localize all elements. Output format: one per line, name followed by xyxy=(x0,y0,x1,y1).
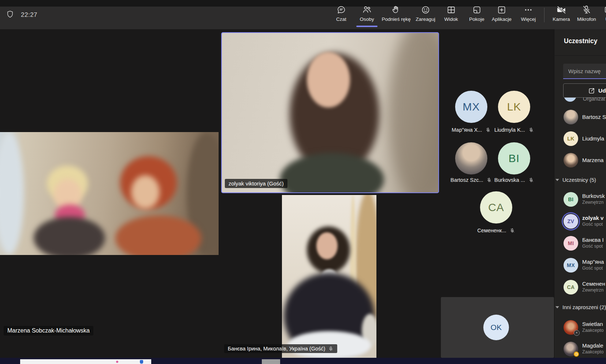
video-texture xyxy=(131,175,160,209)
tab-widok[interactable]: Widok xyxy=(444,5,458,27)
share-invite-label: Ud xyxy=(598,87,606,94)
video-texture xyxy=(280,153,384,193)
participant-name: Банєва І xyxy=(582,237,604,243)
participant-row-bartosz[interactable]: Bartosz S xyxy=(564,110,606,124)
avatar-tile-bi[interactable]: BI xyxy=(498,142,530,175)
taskbar-item[interactable] xyxy=(262,359,280,364)
shield-icon xyxy=(5,10,15,19)
video-texture xyxy=(0,132,24,255)
participant-subtext: Zewnętrzn xyxy=(582,288,603,293)
avatar-initials: LK xyxy=(507,101,521,113)
participant-name: Bartosz S xyxy=(582,110,606,124)
video-tile-marzena[interactable] xyxy=(0,132,219,255)
device-label: Kamera xyxy=(553,16,570,22)
panel-title: Uczestnicy xyxy=(564,37,597,45)
participant-name: zolyak viktoriya (Gość) xyxy=(228,180,284,187)
participant-name: Burkovska ... xyxy=(494,177,525,183)
mic-off-icon xyxy=(487,177,492,183)
section-header-uczestnicy[interactable]: Uczestnicy (5) xyxy=(555,176,606,184)
background-window-logo xyxy=(140,360,143,364)
avatar-initials: BI xyxy=(509,152,520,165)
video-texture xyxy=(34,217,105,255)
avatar xyxy=(564,110,578,124)
smiley-icon xyxy=(421,5,430,15)
participant-name: Семенен xyxy=(582,281,605,287)
tab-podnies-reke[interactable]: Podnieś rękę xyxy=(382,5,411,27)
name-tag-zolyak: zolyak viktoriya (Gość) xyxy=(225,179,287,188)
participant-search-input[interactable] xyxy=(563,64,606,79)
meeting-clock: 22:27 xyxy=(21,11,37,19)
tab-osoby[interactable]: Osoby xyxy=(360,5,374,27)
avatar: MI xyxy=(564,236,578,251)
participant-row-swietlana[interactable]: ✕ Swietlan Zaakcepto xyxy=(564,320,606,335)
avatar: LK xyxy=(564,131,578,146)
avatar: CA xyxy=(564,280,578,294)
camera-off-icon xyxy=(556,5,566,15)
tab-label: Pokoje xyxy=(469,16,484,22)
share-content-icon xyxy=(604,5,606,15)
participant-subtext: Gość spot xyxy=(582,266,603,271)
avatar-tile-mx[interactable]: MX xyxy=(455,91,487,123)
avatar-tile-label: Liudmyla K... xyxy=(494,127,534,133)
mic-toggle-button[interactable]: Mikrofon xyxy=(577,5,596,27)
hand-icon xyxy=(391,5,401,15)
participant-row-magdalena[interactable]: Magdale Zaakcepto xyxy=(564,342,606,356)
tab-pokoje[interactable]: Pokoje xyxy=(469,5,484,27)
people-icon xyxy=(362,5,372,15)
participant-row-zolyak[interactable]: ZV zolyak v Gość spot xyxy=(564,214,606,229)
share-invite-button[interactable]: Ud xyxy=(563,83,606,98)
camera-toggle-button[interactable]: Kamera xyxy=(553,5,570,27)
participant-row-semenenko[interactable]: CA Семенен Zewnętrzn xyxy=(564,280,606,294)
video-tile-banieva[interactable] xyxy=(282,195,376,358)
grid-view-icon xyxy=(446,5,456,15)
background-window-strip xyxy=(20,359,151,364)
participant-name: Marzena Sobczak-Michałowska xyxy=(7,327,90,334)
participant-subtext: Gość spot xyxy=(582,222,603,227)
video-texture xyxy=(115,215,201,255)
avatar: BI xyxy=(564,192,578,207)
tab-label: Czat xyxy=(336,16,346,22)
video-tile-zolyak-active-speaker[interactable] xyxy=(221,32,439,193)
participant-row-burkovska[interactable]: BI Burkovsk Zewnętrzn xyxy=(564,192,606,207)
tab-aplikacje[interactable]: Aplikacje xyxy=(492,5,512,27)
chat-icon xyxy=(337,5,346,15)
avatar-initials: CA xyxy=(488,201,504,214)
tab-label: Widok xyxy=(444,16,458,22)
avatar-initials: MX xyxy=(463,101,480,113)
active-tab-indicator xyxy=(356,26,378,27)
participant-name: Мар"яна Х... xyxy=(451,127,482,133)
meeting-toolbar xyxy=(0,0,606,29)
participant-row-mariana[interactable]: MX Мар"яна Gość spot xyxy=(564,258,606,273)
avatar-tile-bartosz[interactable] xyxy=(455,142,487,175)
mic-off-icon xyxy=(528,177,534,183)
section-label: Inni zaproszeni (2) xyxy=(562,304,606,310)
participant-name: Burkovsk xyxy=(582,193,605,199)
tab-zareaguj[interactable]: Zareaguj xyxy=(416,5,435,27)
avatar-tile-label: Семененк... xyxy=(477,228,515,233)
rooms-icon xyxy=(472,5,482,15)
section-header-inni-zaproszeni[interactable]: Inni zaproszeni (2) xyxy=(555,304,606,311)
tab-label: Zareaguj xyxy=(416,16,435,22)
device-label: Mikrofon xyxy=(577,16,596,22)
tab-czat[interactable]: Czat xyxy=(336,5,346,27)
chevron-down-icon xyxy=(555,306,559,308)
more-icon xyxy=(524,5,533,15)
tab-wiecej[interactable]: Więcej xyxy=(521,5,536,27)
participant-name: Magdale xyxy=(582,342,603,349)
avatar-tile-lk[interactable]: LK xyxy=(498,91,530,123)
avatar: ✕ xyxy=(564,320,578,335)
participant-name: Liudmyla xyxy=(582,131,604,146)
mic-off-icon xyxy=(328,346,334,352)
section-label: Uczestnicy (5) xyxy=(562,177,596,183)
participant-row-banieva[interactable]: MI Банєва І Gość spot xyxy=(564,236,606,251)
avatar: MX xyxy=(564,258,578,273)
participant-row-liudmyla[interactable]: LK Liudmyla xyxy=(564,131,606,146)
video-texture xyxy=(307,52,350,108)
participant-row-marzena[interactable]: Marzena xyxy=(564,153,606,168)
avatar-tile-ok[interactable]: OK xyxy=(441,297,554,358)
share-content-button[interactable]: Ud xyxy=(604,5,606,27)
avatar-tile-label: Мар"яна Х... xyxy=(451,127,491,133)
avatar-tile-ca[interactable]: CA xyxy=(480,191,512,224)
participant-name: Семененк... xyxy=(477,228,506,233)
participant-name: Marzena xyxy=(582,153,603,168)
